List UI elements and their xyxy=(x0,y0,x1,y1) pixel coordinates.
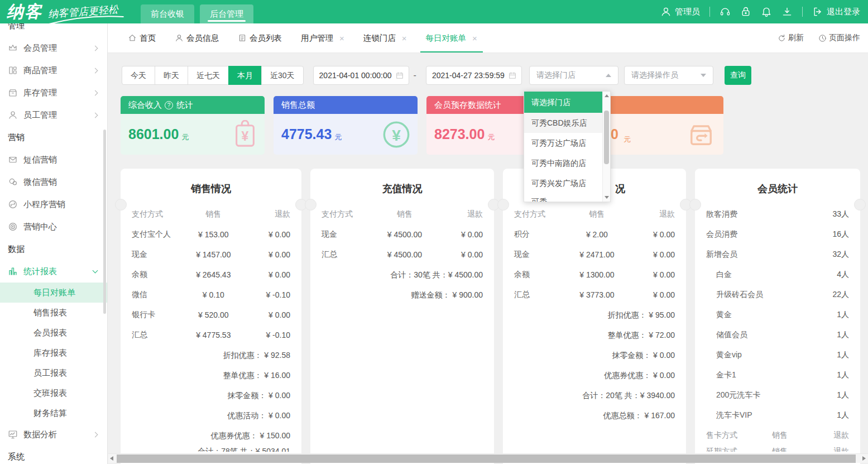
tab-member-list[interactable]: 会员列表 xyxy=(232,23,287,52)
svg-text:¥: ¥ xyxy=(392,126,401,143)
scroll-down-arrow-icon[interactable] xyxy=(605,196,609,199)
stat-row: 金卡11人 xyxy=(706,365,849,385)
nav-front-cashier[interactable]: 前台收银 xyxy=(141,4,194,23)
start-date-input[interactable]: 2021-04-01 00:00:00 xyxy=(313,66,409,85)
panel-title-partial: 况 xyxy=(615,182,625,195)
summary-line: 赠送金额： ¥ 900.00 xyxy=(322,285,483,305)
horizontal-scrollbar[interactable] xyxy=(108,453,868,463)
summary-line: 合计：30笔 共：¥ 4500.00 xyxy=(322,265,483,285)
summary-line: 折扣优惠： ¥ 92.58 xyxy=(132,345,290,365)
dropdown-scrollbar[interactable] xyxy=(602,92,610,202)
sidebar-item-member-report[interactable]: 会员报表 xyxy=(0,323,107,343)
table-header: 支付方式销售退款 xyxy=(322,204,483,224)
refresh-button[interactable]: 刷新 xyxy=(778,33,804,43)
sidebar-item-shift-report[interactable]: 交班报表 xyxy=(0,383,107,403)
scroll-left-arrow-icon[interactable] xyxy=(110,456,113,461)
range-yesterday[interactable]: 昨天 xyxy=(155,66,188,85)
chevron-right-icon xyxy=(93,45,98,51)
panel-consume: 况 支付方式销售退款 积分¥ 2.00¥ 0.00 现金¥ 2471.00¥ 0… xyxy=(503,169,686,464)
date-separator: - xyxy=(414,70,416,80)
download-icon[interactable] xyxy=(781,6,793,17)
dropdown-option[interactable]: 可秀兴发广场店 xyxy=(524,173,602,193)
sidebar-item-goods-management[interactable]: 商品管理 xyxy=(0,59,107,82)
lock-icon[interactable] xyxy=(740,6,751,17)
sidebar-item-staff-report[interactable]: 员工报表 xyxy=(0,363,107,383)
sidebar-item-wechat-marketing[interactable]: 微信营销 xyxy=(0,171,107,193)
sidebar-item-daily-statement[interactable]: 每日对账单 xyxy=(0,283,107,303)
close-icon[interactable]: × xyxy=(402,34,407,43)
summary-line: 优惠券优惠： ¥ 150.00 xyxy=(132,425,290,446)
tab-user-management[interactable]: 用户管理 × xyxy=(295,23,350,52)
store-select[interactable]: 请选择门店 xyxy=(529,66,618,85)
sidebar-item-inventory-report[interactable]: 库存报表 xyxy=(0,343,107,363)
sidebar-item-statistic-reports[interactable]: 统计报表 xyxy=(0,260,107,283)
stat-row: 200元洗车卡1人 xyxy=(706,385,849,405)
stat-row: 会员消费16人 xyxy=(706,224,849,245)
brand-tagline: 纳客管店更轻松 xyxy=(47,3,118,21)
sidebar-item-sales-report[interactable]: 销售报表 xyxy=(0,303,107,323)
svg-text:¥: ¥ xyxy=(242,129,249,143)
admin-user[interactable]: 管理员 xyxy=(660,6,700,17)
close-icon[interactable]: × xyxy=(472,34,477,43)
top-header-bar: 纳客 纳客管店更轻松 前台收银 后台管理 管理员 退出登录 xyxy=(0,0,868,23)
top-nav: 前台收银 后台管理 xyxy=(141,0,259,23)
stat-row: 黄金vip1人 xyxy=(706,345,849,365)
stat-row: 储值会员1人 xyxy=(706,325,849,345)
help-icon[interactable]: ? xyxy=(165,101,173,109)
bell-icon[interactable] xyxy=(761,6,772,17)
quick-range-group: 今天 昨天 近七天 本月 近30天 xyxy=(122,66,304,85)
sidebar-item-miniprogram-marketing[interactable]: 小程序营销 xyxy=(0,193,107,216)
table-row: 汇总¥ 4500.00¥ 0.00 xyxy=(322,245,483,265)
sidebar-item-finance-settlement[interactable]: 财务结算 xyxy=(0,403,107,423)
sidebar-item-data-analysis[interactable]: 数据分析 xyxy=(0,423,107,446)
support-headset-icon[interactable] xyxy=(720,6,731,17)
sidebar-item-sms-marketing[interactable]: 短信营销 xyxy=(0,149,107,171)
card-title: 销售总额 xyxy=(281,96,315,114)
range-this-month[interactable]: 本月 xyxy=(228,66,262,85)
nav-backend-admin[interactable]: 后台管理 xyxy=(200,4,253,23)
sidebar-item-marketing-center[interactable]: 营销中心 xyxy=(0,216,107,238)
dropdown-option-placeholder[interactable]: 请选择门店 xyxy=(524,92,602,113)
query-button[interactable]: 查询 xyxy=(725,66,751,85)
scroll-up-arrow-icon[interactable] xyxy=(605,94,609,97)
page-operations-button[interactable]: 页面操作 xyxy=(818,33,860,43)
end-date-input[interactable]: 2021-04-27 23:59:59 xyxy=(426,66,522,85)
scrollbar-thumb[interactable] xyxy=(117,455,856,463)
circle-yen-icon: ¥ xyxy=(382,120,411,149)
close-icon[interactable]: × xyxy=(339,34,344,43)
range-today[interactable]: 今天 xyxy=(122,66,155,85)
scrollbar-thumb[interactable] xyxy=(604,111,609,164)
dropdown-option[interactable]: 可秀CBD娱乐店 xyxy=(524,113,602,133)
dropdown-option[interactable]: 可秀中南路的店 xyxy=(524,153,602,173)
table-header: 售卡方式销售退款 xyxy=(706,425,849,446)
sidebar-item-staff-management[interactable]: 员工管理 xyxy=(0,104,107,126)
range-last7days[interactable]: 近七天 xyxy=(188,66,229,85)
dropdown-option[interactable]: 可秀万达广场店 xyxy=(524,133,602,153)
chevron-right-icon xyxy=(93,432,98,437)
sidebar-item-inventory-management[interactable]: 库存管理 xyxy=(0,82,107,104)
bar-chart-icon xyxy=(8,266,18,276)
logout-button[interactable]: 退出登录 xyxy=(812,6,860,17)
stat-row: 洗车卡VIP1人 xyxy=(706,405,849,425)
logout-icon xyxy=(812,6,823,17)
scroll-right-arrow-icon[interactable] xyxy=(862,456,866,461)
operator-select[interactable]: 请选择操作员 xyxy=(624,66,713,85)
table-row: 银行卡¥ 520.00¥ 0.00 xyxy=(132,305,290,325)
tab-home[interactable]: 首页 xyxy=(122,23,161,52)
dropdown-option-clipped[interactable]: 可秀 xyxy=(524,193,602,202)
range-last30days[interactable]: 近30天 xyxy=(261,66,304,85)
tab-bar: 首页 会员信息 会员列表 用户管理 × 连锁门店 × 每日对账单 × 刷新 xyxy=(108,23,868,53)
tab-daily-statement[interactable]: 每日对账单 × xyxy=(420,23,483,52)
chevron-right-icon xyxy=(93,112,98,118)
summary-line: 优惠券优惠： ¥ 0.00 xyxy=(514,365,675,385)
sidebar-item-member-management[interactable]: 会员管理 xyxy=(0,37,107,59)
summary-line: 抹零金额： ¥ 0.00 xyxy=(514,345,675,365)
tab-chain-stores[interactable]: 连锁门店 × xyxy=(358,23,413,52)
filter-bar: 今天 昨天 近七天 本月 近30天 2021-04-01 00:00:00 - … xyxy=(122,66,751,85)
chevron-right-icon xyxy=(93,90,98,95)
tab-member-info[interactable]: 会员信息 xyxy=(169,23,224,52)
caret-down-icon xyxy=(701,74,706,77)
card-title: 综合收入 xyxy=(128,96,162,114)
chevron-down-icon xyxy=(93,267,98,273)
sidebar-scrollbar[interactable] xyxy=(103,130,106,314)
